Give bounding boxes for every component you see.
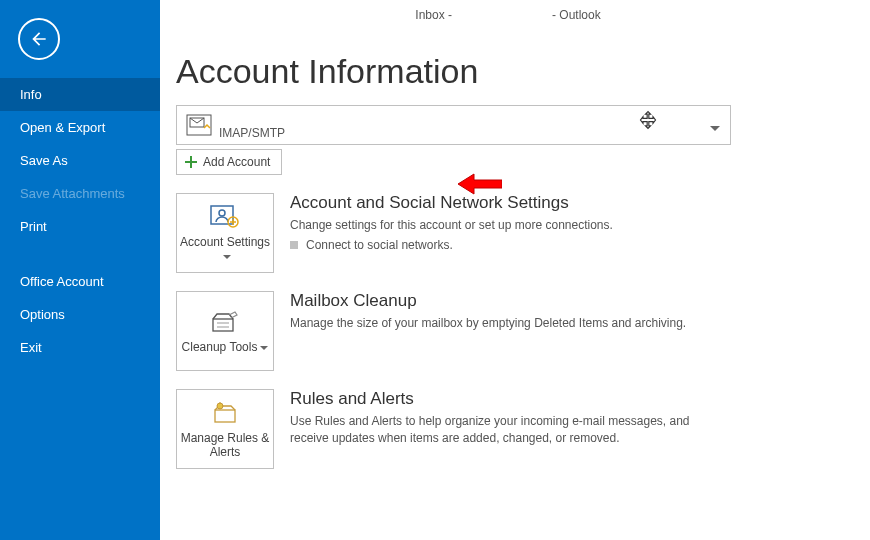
sidebar-item-exit[interactable]: Exit bbox=[0, 331, 160, 364]
sidebar-item-label: Open & Export bbox=[20, 120, 105, 135]
sidebar-item-label: Save As bbox=[20, 153, 68, 168]
backstage-sidebar: Info Open & Export Save As Save Attachme… bbox=[0, 0, 160, 540]
bullet-text: Connect to social networks. bbox=[306, 238, 453, 252]
bullet-icon bbox=[290, 241, 298, 249]
account-settings-icon bbox=[207, 203, 243, 231]
back-button[interactable] bbox=[18, 18, 60, 60]
mailbox-icon bbox=[185, 113, 213, 137]
cleanup-icon bbox=[207, 308, 243, 336]
dropdown-caret-icon bbox=[710, 120, 720, 135]
rules-icon bbox=[207, 399, 243, 427]
titlebar-text-right: - Outlook bbox=[552, 8, 601, 22]
account-type-label: IMAP/SMTP bbox=[219, 126, 285, 140]
svg-point-3 bbox=[219, 210, 225, 216]
sidebar-item-office-account[interactable]: Office Account bbox=[0, 265, 160, 298]
annotation-arrow-icon bbox=[456, 172, 502, 196]
section-desc: Change settings for this account or set … bbox=[290, 217, 613, 234]
section-title: Mailbox Cleanup bbox=[290, 291, 686, 311]
plus-icon bbox=[185, 156, 197, 168]
back-arrow-icon bbox=[29, 29, 49, 49]
sidebar-item-save-as[interactable]: Save As bbox=[0, 144, 160, 177]
cleanup-tools-tile[interactable]: Cleanup Tools bbox=[176, 291, 274, 371]
titlebar-text-left: Inbox - bbox=[415, 8, 452, 22]
tile-label: Cleanup Tools bbox=[182, 340, 269, 354]
connect-social-link[interactable]: Connect to social networks. bbox=[290, 238, 613, 252]
chevron-down-icon bbox=[260, 340, 268, 354]
sidebar-item-options[interactable]: Options bbox=[0, 298, 160, 331]
sidebar-item-save-attachments: Save Attachments bbox=[0, 177, 160, 210]
section-desc: Use Rules and Alerts to help organize yo… bbox=[290, 413, 730, 447]
tile-label: Account Settings bbox=[177, 235, 273, 263]
page-title: Account Information bbox=[176, 52, 840, 91]
account-settings-tile[interactable]: Account Settings bbox=[176, 193, 274, 273]
add-account-button[interactable]: Add Account bbox=[176, 149, 282, 175]
sidebar-item-open-export[interactable]: Open & Export bbox=[0, 111, 160, 144]
svg-rect-5 bbox=[213, 319, 233, 331]
main-content: Inbox - - Outlook Account Information IM… bbox=[160, 0, 870, 540]
sidebar-item-info[interactable]: Info bbox=[0, 78, 160, 111]
manage-rules-tile[interactable]: Manage Rules & Alerts bbox=[176, 389, 274, 469]
sidebar-item-label: Save Attachments bbox=[20, 186, 125, 201]
svg-rect-2 bbox=[211, 206, 233, 224]
sidebar-item-print[interactable]: Print bbox=[0, 210, 160, 243]
sidebar-item-label: Exit bbox=[20, 340, 42, 355]
section-rules: Manage Rules & Alerts Rules and Alerts U… bbox=[176, 389, 840, 469]
account-picker-dropdown[interactable]: IMAP/SMTP bbox=[176, 105, 731, 145]
section-desc: Manage the size of your mailbox by empty… bbox=[290, 315, 686, 332]
section-title: Rules and Alerts bbox=[290, 389, 730, 409]
tile-label: Manage Rules & Alerts bbox=[177, 431, 273, 459]
section-title: Account and Social Network Settings bbox=[290, 193, 613, 213]
add-account-label: Add Account bbox=[203, 155, 270, 169]
sidebar-item-label: Options bbox=[20, 307, 65, 322]
svg-rect-6 bbox=[215, 410, 235, 422]
chevron-down-icon bbox=[223, 249, 231, 263]
section-account-settings: Account Settings Account and Social Netw… bbox=[176, 193, 840, 273]
section-cleanup: Cleanup Tools Mailbox Cleanup Manage the… bbox=[176, 291, 840, 371]
window-titlebar: Inbox - - Outlook bbox=[176, 0, 840, 30]
sidebar-item-label: Info bbox=[20, 87, 42, 102]
sidebar-item-label: Office Account bbox=[20, 274, 104, 289]
sidebar-item-label: Print bbox=[20, 219, 47, 234]
